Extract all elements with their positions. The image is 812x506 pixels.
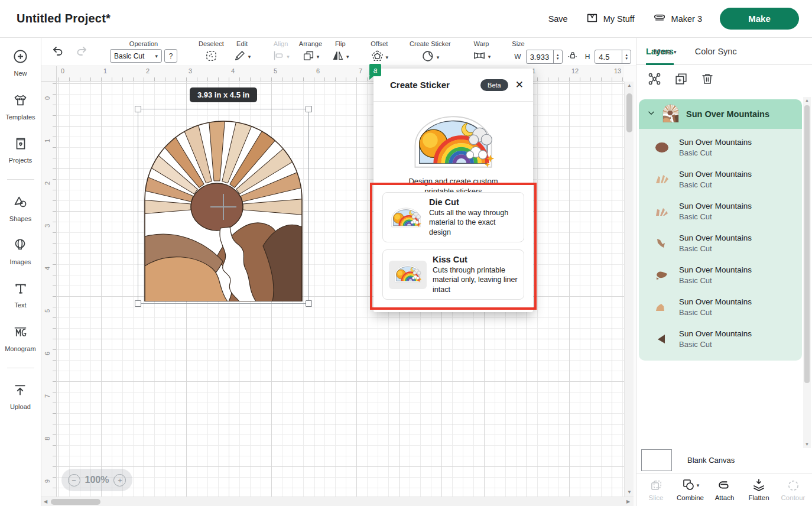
offset-icon	[371, 49, 384, 65]
layer-row[interactable]: Sun Over Mountains Basic Cut	[639, 227, 802, 259]
zoom-out-button[interactable]: −	[68, 474, 80, 486]
layer-list: Sun Over Mountains Basic Cut Sun Over Mo…	[639, 129, 802, 361]
design-canvas[interactable]: 012345678910111213 0123456789 3.93 in x …	[41, 66, 636, 506]
die-cut-description: Cuts all the way through material to the…	[429, 208, 518, 238]
canvas-horizontal-scrollbar[interactable]: ◀ ▶	[41, 497, 634, 506]
selection-box[interactable]	[138, 109, 309, 304]
delete-button[interactable]	[700, 72, 714, 88]
edit-button[interactable]: Edit ▾	[229, 38, 256, 66]
kiss-cut-option[interactable]: Kiss Cut Cuts through printable material…	[382, 249, 524, 300]
attach-icon	[717, 478, 732, 492]
resize-handle-bottom-right[interactable]	[306, 300, 312, 307]
height-stepper[interactable]: ▲ ▼	[622, 50, 631, 63]
resize-handle-top-right[interactable]	[306, 106, 312, 112]
layer-row[interactable]: Sun Over Mountains Basic Cut	[639, 291, 802, 323]
scroll-right-icon[interactable]: ▶	[624, 497, 632, 506]
height-input[interactable]: 4.5 ▲ ▼	[595, 50, 631, 64]
resize-handle-top-left[interactable]	[135, 106, 141, 112]
group-thumbnail	[662, 103, 679, 125]
sidebar-item-monogram[interactable]: Monogram	[5, 324, 36, 352]
deselect-button[interactable]: Deselect	[194, 38, 229, 66]
sidebar-label: Monogram	[5, 345, 36, 352]
flatten-button[interactable]: Flatten	[742, 478, 775, 501]
horizontal-scroll-thumb[interactable]	[51, 499, 100, 505]
make-button[interactable]: Make	[720, 8, 799, 30]
layer-actions	[636, 65, 812, 95]
sidebar-item-text[interactable]: Text	[13, 281, 28, 309]
chevron-down-icon: ▾	[437, 54, 440, 60]
scroll-up-icon[interactable]: ▲	[625, 82, 634, 90]
slice-button[interactable]: Slice	[639, 478, 673, 501]
layer-row[interactable]: Sun Over Mountains Basic Cut	[639, 323, 802, 355]
attach-button[interactable]: Attach	[708, 478, 741, 501]
layer-subtitle: Basic Cut	[679, 307, 752, 317]
contour-button[interactable]: Contour	[777, 478, 810, 501]
width-input[interactable]: 3.933 ▲ ▼	[526, 50, 563, 64]
ruler-corner	[41, 66, 57, 82]
group-button[interactable]	[647, 72, 662, 89]
flip-icon	[332, 49, 345, 64]
ruler-label: 5	[274, 67, 277, 74]
layer-title: Sun Over Mountains	[679, 137, 752, 148]
die-cut-option[interactable]: Die Cut Cuts all the way through materia…	[382, 192, 524, 242]
flip-button[interactable]: Flip ▾	[327, 38, 354, 66]
ruler-label: 5	[44, 307, 51, 314]
duplicate-button[interactable]	[674, 72, 688, 89]
layer-thumbnail	[654, 142, 670, 153]
sidebar-label: Images	[9, 258, 31, 265]
close-icon[interactable]: ✕	[515, 79, 524, 91]
ruler-label: 4	[231, 67, 235, 74]
scroll-left-icon[interactable]: ◀	[41, 497, 50, 506]
ruler-label: 12	[571, 67, 579, 74]
scroll-down-icon[interactable]: ▼	[625, 488, 634, 497]
align-button[interactable]: Align ▾	[267, 38, 294, 66]
sidebar-item-shapes[interactable]: Shapes	[9, 194, 31, 222]
machine-selector[interactable]: Maker 3	[652, 11, 702, 26]
more-button[interactable]: More ▾	[648, 38, 682, 66]
layer-row[interactable]: Sun Over Mountains Basic Cut	[639, 163, 802, 195]
layer-thumbnail	[654, 301, 670, 313]
make-label: Make	[748, 14, 771, 24]
sidebar-item-upload[interactable]: Upload	[10, 382, 31, 410]
chevron-down-icon: ▾	[317, 54, 320, 60]
blank-canvas-row[interactable]: Blank Canvas	[636, 447, 812, 473]
ruler-label: 2	[44, 180, 51, 187]
arrange-button[interactable]: Arrange ▾	[294, 38, 327, 66]
create-sticker-button[interactable]: Create Sticker ▾	[405, 38, 456, 66]
project-title[interactable]: Untitled Project*	[17, 12, 111, 25]
combine-button[interactable]: ▾ Combine	[674, 478, 707, 501]
chevron-down-icon: ▾	[488, 54, 491, 60]
canvas-vertical-scrollbar[interactable]: ▲ ▼	[624, 82, 634, 497]
layers-scrollbar[interactable]: ▲ ▼	[803, 97, 811, 448]
warp-button[interactable]: Warp ▾	[467, 38, 496, 66]
help-icon: ?	[169, 52, 173, 60]
layer-row[interactable]: Sun Over Mountains Basic Cut	[639, 195, 802, 227]
resize-handle-bottom-left[interactable]	[135, 300, 141, 307]
layer-thumbnail	[654, 238, 670, 249]
my-stuff-button[interactable]: My Stuff	[586, 11, 635, 26]
layer-row[interactable]: Sun Over Mountains Basic Cut	[639, 131, 802, 163]
tab-color-sync[interactable]: Color Sync	[695, 38, 737, 64]
blank-canvas-thumbnail	[641, 449, 672, 471]
zoom-in-button[interactable]: +	[113, 474, 126, 486]
width-stepper[interactable]: ▲ ▼	[553, 50, 562, 63]
layer-group-header[interactable]: Sun Over Mountains	[639, 99, 802, 129]
sidebar-item-new[interactable]: New	[12, 48, 28, 77]
lock-ratio-button[interactable]	[567, 49, 579, 64]
scroll-up-icon[interactable]: ▲	[803, 97, 811, 104]
operation-help-button[interactable]: ?	[164, 49, 177, 63]
layer-row[interactable]: Sun Over Mountains Basic Cut	[639, 259, 802, 291]
ruler-horizontal: 012345678910111213	[57, 66, 624, 82]
align-icon	[272, 49, 285, 64]
operation-select[interactable]: Basic Cut ▾	[110, 49, 162, 63]
vertical-scroll-thumb[interactable]	[626, 93, 632, 132]
offset-button[interactable]: Offset ▾	[366, 38, 394, 66]
deselect-icon	[204, 49, 218, 65]
save-button[interactable]: Save	[548, 14, 568, 24]
undo-button[interactable]	[51, 44, 65, 60]
layers-scroll-thumb[interactable]	[804, 105, 810, 383]
sidebar-item-images[interactable]: Images	[9, 238, 31, 265]
sidebar-item-projects[interactable]: Projects	[9, 136, 33, 164]
redo-button[interactable]	[74, 44, 89, 60]
sidebar-item-templates[interactable]: Templates	[5, 92, 35, 121]
